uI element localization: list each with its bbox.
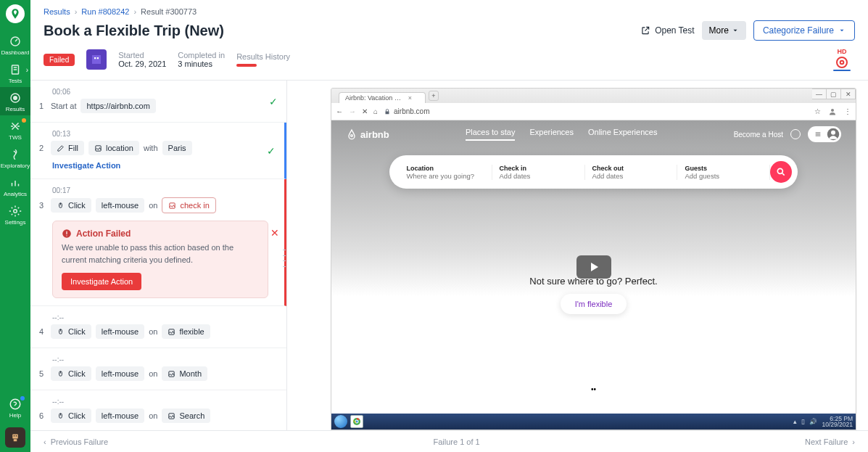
step-timestamp: --:-- (36, 313, 278, 321)
airbnb-search-bar[interactable]: Location Where are you going? Check in A… (389, 155, 798, 189)
next-failure-button[interactable]: Next Failure › (805, 437, 855, 446)
nav-exploratory[interactable]: Exploratory (0, 144, 30, 172)
browser-window: Airbnb: Vacation Rentals, Cabins, × + — … (331, 88, 856, 430)
search-seg-sub: Add dates (500, 172, 577, 180)
step-row[interactable]: 00:13 2 Fill location with Paris (30, 123, 286, 179)
search-checkin[interactable]: Check in Add dates (492, 165, 585, 180)
started-value: Oct. 29, 2021 (118, 59, 166, 68)
close-error-button[interactable]: ✕ (270, 227, 279, 239)
nav-places[interactable]: Places to stay (466, 128, 515, 141)
user-icon[interactable] (828, 107, 837, 116)
mouse-icon (57, 328, 65, 336)
app-logo[interactable] (6, 4, 25, 23)
close-window-icon[interactable]: ✕ (841, 89, 856, 99)
nav-help[interactable]: Help (0, 393, 30, 423)
forward-icon[interactable]: → (349, 107, 356, 115)
lock-icon (384, 108, 391, 115)
new-tab-button[interactable]: + (429, 91, 439, 101)
chevron-right-icon: › (133, 7, 136, 16)
home-icon[interactable]: ⌂ (373, 107, 378, 115)
notification-badge-icon (20, 396, 25, 400)
close-tab-icon[interactable]: × (408, 94, 412, 102)
target-pill: location (88, 141, 139, 155)
target-pill-error: check in (162, 197, 215, 213)
step-number: 4 (36, 327, 46, 336)
chevron-right-icon: › (75, 7, 78, 16)
become-host-link[interactable]: Become a Host (734, 131, 783, 139)
connector: on (149, 369, 157, 378)
step-row[interactable]: 00:17 3 Click left-mouse on check in (30, 179, 286, 306)
open-test-button[interactable]: Open Test (640, 25, 694, 36)
browser-tab[interactable]: Airbnb: Vacation Rentals, Cabins, × (339, 92, 426, 103)
history-bar[interactable] (236, 64, 257, 67)
step-row[interactable]: --:-- 4 Click left-mouse on flexible (30, 306, 286, 348)
minimize-icon[interactable]: — (812, 89, 827, 99)
investigate-action-button[interactable]: Investigate Action (62, 273, 141, 290)
previous-failure-button[interactable]: ‹ Previous Failure (44, 437, 108, 446)
search-button[interactable] (770, 161, 792, 183)
step-row[interactable]: 00:06 1 Start at https://airbnb.com ✓ (30, 81, 286, 123)
image-icon (94, 144, 102, 152)
svg-point-3 (14, 96, 17, 100)
play-video-button[interactable] (576, 255, 611, 279)
step-row[interactable]: --:-- 6 Click left-mouse on Search (30, 390, 286, 430)
nav-dashboard[interactable]: Dashboard (0, 30, 30, 59)
user-menu[interactable] (808, 126, 841, 142)
meta-bar: Failed Started Oct. 29, 2021 Completed i… (30, 48, 868, 81)
mouse-icon (57, 412, 65, 420)
url-text[interactable]: airbnb.com (394, 107, 429, 115)
system-clock[interactable]: 6:25 PM 10/29/2021 (822, 416, 853, 428)
browser-icon (86, 49, 107, 70)
crumb-run[interactable]: Run #808242 (81, 7, 129, 16)
nav-tests[interactable]: Tests › (0, 59, 30, 87)
error-icon (62, 229, 72, 239)
search-guests[interactable]: Guests Add guests (677, 165, 770, 180)
step-timestamp: --:-- (36, 398, 278, 406)
chevron-left-icon: ‹ (44, 437, 46, 446)
nav-label: Results (6, 106, 25, 112)
chrome-taskbar-icon[interactable] (350, 415, 363, 428)
hd-indicator[interactable]: HD (833, 48, 855, 71)
step-url-pill: https://airbnb.com (80, 99, 155, 113)
external-link-icon (640, 25, 650, 36)
more-label: More (709, 25, 729, 36)
maximize-icon[interactable]: ▢ (827, 89, 841, 99)
tray-sound-icon[interactable]: 🔊 (809, 418, 817, 425)
nav-results[interactable]: Results (0, 87, 30, 115)
svg-point-25 (831, 109, 834, 112)
crumb-results[interactable]: Results (44, 7, 70, 16)
nav-online-experiences[interactable]: Online Experiences (588, 128, 657, 141)
step-timestamp: 00:17 (36, 186, 276, 194)
search-location[interactable]: Location Where are you going? (400, 165, 492, 180)
tray-network-icon[interactable]: ▯ (801, 418, 805, 425)
back-icon[interactable]: ← (336, 107, 343, 115)
step-number: 1 (36, 102, 46, 110)
button-pill: left-mouse (96, 198, 144, 213)
stop-icon[interactable]: ✕ (362, 107, 368, 115)
value-pill: Paris (162, 141, 192, 155)
categorize-failure-button[interactable]: Categorize Failure (753, 20, 855, 41)
step-number: 6 (36, 411, 46, 420)
start-button-icon[interactable] (334, 415, 347, 428)
tray-chevron-icon[interactable]: ▴ (793, 418, 797, 425)
search-checkout[interactable]: Check out Add dates (585, 165, 678, 180)
windows-taskbar: ▴ ▯ 🔊 6:25 PM 10/29/2021 (331, 414, 856, 430)
nav-analytics[interactable]: Analytics (0, 172, 30, 200)
checkmark-icon: ✓ (267, 145, 276, 157)
nav-tws[interactable]: TWS (0, 115, 30, 144)
menu-dots-icon[interactable]: ⋮ (844, 107, 851, 115)
search-seg-title: Guests (685, 165, 762, 172)
star-icon[interactable]: ☆ (814, 107, 821, 115)
image-icon (168, 370, 175, 378)
step-number: 5 (36, 369, 46, 378)
svg-rect-7 (14, 435, 15, 437)
flexible-button[interactable]: I'm flexible (561, 294, 627, 314)
nav-experiences[interactable]: Experiences (529, 128, 574, 141)
investigate-link[interactable]: Investigate Action (36, 161, 276, 170)
nav-settings[interactable]: Settings (0, 200, 30, 229)
airbnb-logo[interactable]: airbnb (346, 128, 389, 140)
step-row[interactable]: --:-- 5 Click left-mouse on Month (30, 348, 286, 390)
more-button[interactable]: More (702, 21, 746, 40)
bot-avatar[interactable] (5, 427, 25, 448)
globe-icon[interactable] (790, 129, 801, 139)
